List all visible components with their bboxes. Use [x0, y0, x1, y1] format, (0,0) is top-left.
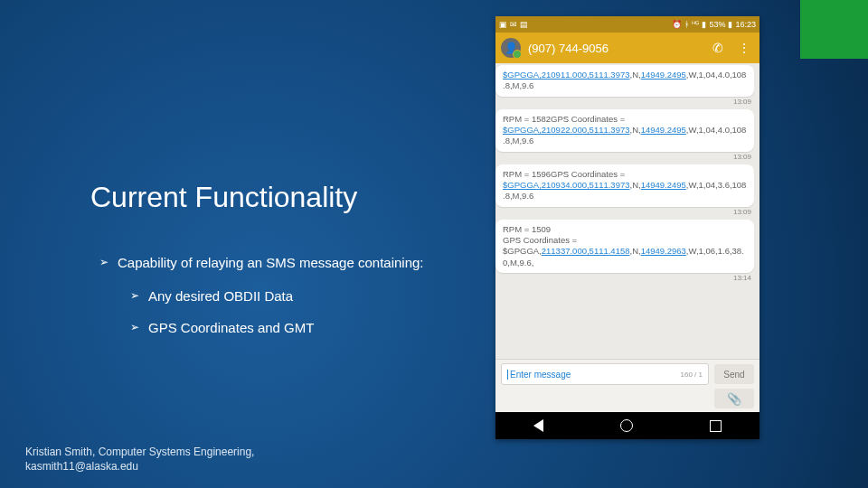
slide-title: Current Functionality — [90, 181, 357, 214]
bluetooth-icon: ᚼ — [684, 20, 689, 29]
chevron-icon: ➢ — [130, 286, 139, 305]
image-icon: ▤ — [520, 20, 528, 29]
recents-icon[interactable] — [710, 420, 722, 432]
slide: Current Functionality ➢ Capability of re… — [0, 0, 868, 488]
battery-icon: ▮ — [728, 20, 732, 29]
sub-bullet-2-text: GPS Coordinates and GMT — [148, 318, 314, 337]
home-icon[interactable] — [620, 419, 633, 432]
footer-line1: Kristian Smith, Computer Systems Enginee… — [25, 445, 254, 459]
bullet-list: ➢ Capability of relaying an SMS message … — [99, 253, 461, 350]
presence-dot — [513, 50, 522, 59]
network-icon: ᴴᴳ — [692, 20, 699, 29]
status-left-icons: ▣ ✉ ▤ — [499, 20, 528, 29]
compose-area: Enter message 160 / 1 Send 📎 — [495, 359, 760, 412]
attach-button[interactable]: 📎 — [714, 389, 754, 408]
more-icon[interactable]: ⋮ — [734, 41, 754, 55]
sub-bullet-1-text: Any desired OBDII Data — [148, 286, 293, 305]
message-bubble[interactable]: $GPGGA,210911.000,5111.3973,N,14949.2495… — [495, 65, 754, 97]
message-time: 13:14 — [733, 274, 751, 282]
message-item: RPM = 1596GPS Coordinates = $GPGGA,21093… — [501, 164, 754, 216]
call-icon[interactable]: ✆ — [709, 41, 727, 55]
send-button[interactable]: Send — [714, 364, 754, 384]
back-icon[interactable] — [533, 419, 543, 432]
message-time: 13:09 — [733, 208, 751, 216]
message-time: 13:09 — [733, 153, 751, 161]
chevron-icon: ➢ — [99, 253, 108, 272]
footer: Kristian Smith, Computer Systems Enginee… — [25, 445, 254, 474]
clock-text: 16:23 — [735, 20, 756, 29]
message-bubble[interactable]: RPM = 1582GPS Coordinates = $GPGGA,21092… — [495, 109, 754, 152]
message-bubble[interactable]: RPM = 1509 GPS Coordinates = $GPGGA,2113… — [495, 220, 754, 273]
message-list[interactable]: $GPGGA,210911.000,5111.3973,N,14949.2495… — [495, 63, 760, 359]
message-item: RPM = 1509 GPS Coordinates = $GPGGA,2113… — [501, 220, 754, 282]
chevron-icon: ➢ — [130, 318, 139, 337]
sub-bullet-list: ➢ Any desired OBDII Data ➢ GPS Coordinat… — [130, 286, 461, 337]
message-input[interactable]: Enter message 160 / 1 — [501, 363, 709, 385]
char-counter: 160 / 1 — [681, 371, 703, 379]
bullet-main-text: Capability of relaying an SMS message co… — [118, 253, 424, 272]
accent-square — [800, 0, 868, 59]
message-bubble[interactable]: RPM = 1596GPS Coordinates = $GPGGA,21093… — [495, 164, 754, 207]
compose-placeholder: Enter message — [507, 370, 571, 380]
app-bar: 👤 (907) 744-9056 ✆ ⋮ — [495, 33, 760, 63]
avatar[interactable]: 👤 — [501, 38, 521, 58]
sub-bullet-1: ➢ Any desired OBDII Data — [130, 286, 461, 305]
sub-bullet-2: ➢ GPS Coordinates and GMT — [130, 318, 461, 337]
contact-number[interactable]: (907) 744-9056 — [528, 42, 702, 55]
mail-icon: ✉ — [510, 20, 517, 29]
alarm-icon: ⏰ — [672, 20, 682, 29]
paperclip-icon: 📎 — [727, 392, 741, 406]
bullet-main: ➢ Capability of relaying an SMS message … — [99, 253, 461, 272]
battery-text: 53% — [709, 20, 725, 29]
message-item: $GPGGA,210911.000,5111.3973,N,14949.2495… — [501, 65, 754, 106]
account-icon: ▣ — [499, 20, 507, 29]
android-navbar — [495, 412, 760, 439]
footer-line2: kasmith11@alaska.edu — [25, 459, 254, 474]
status-bar: ▣ ✉ ▤ ⏰ ᚼ ᴴᴳ ▮ 53% ▮ 16:23 — [495, 16, 760, 33]
phone-screenshot: ▣ ✉ ▤ ⏰ ᚼ ᴴᴳ ▮ 53% ▮ 16:23 👤 (907) 744-9… — [495, 16, 760, 439]
signal-icon: ▮ — [702, 20, 706, 29]
message-item: RPM = 1582GPS Coordinates = $GPGGA,21092… — [501, 109, 754, 161]
message-time: 13:09 — [733, 98, 751, 106]
status-right-icons: ⏰ ᚼ ᴴᴳ ▮ 53% ▮ 16:23 — [672, 20, 756, 29]
